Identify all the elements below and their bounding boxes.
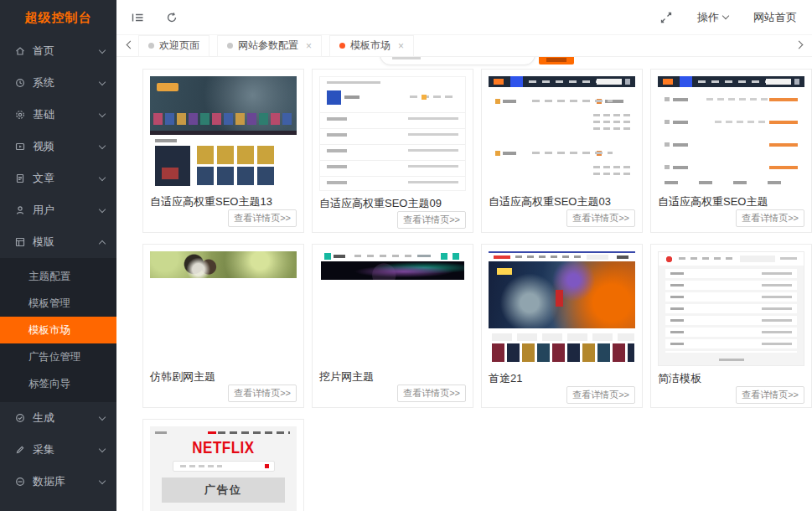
fullscreen-icon[interactable]: [660, 12, 672, 23]
site-home-link[interactable]: 网站首页: [753, 10, 797, 25]
tab-site-params[interactable]: 网站参数配置 ×: [217, 35, 322, 57]
system-icon: [15, 78, 25, 88]
top-header: 操作 网站首页: [116, 0, 812, 35]
sidebar-subitem-tag-wizard[interactable]: 标签向导: [0, 370, 116, 397]
tabs-scroll-left-icon[interactable]: [122, 44, 138, 48]
chevron-down-icon: [722, 13, 729, 19]
template-card: 自适应高权重SEO主题 查看详情页>>: [650, 69, 812, 233]
tab-template-market[interactable]: 模板市场 ×: [329, 35, 414, 57]
sidebar-item-label: 基础: [33, 107, 100, 122]
template-thumbnail: [658, 251, 804, 366]
chevron-down-icon: [99, 110, 106, 116]
chevron-down-icon: [99, 173, 106, 180]
template-card: 仿韩剧网主题 查看详情页>>: [142, 244, 304, 408]
database-icon: [15, 477, 25, 487]
sidebar-item-template[interactable]: 模版: [0, 226, 116, 258]
chevron-down-icon: [99, 477, 106, 483]
template-title: 自适应高权重SEO主题13: [150, 195, 297, 209]
chevron-down-icon: [99, 205, 106, 212]
sidebar-item-label: 首页: [33, 44, 100, 59]
sidebar-item-label: 数据库: [33, 474, 100, 489]
sidebar-item-collect[interactable]: 采集: [0, 434, 116, 466]
sidebar-item-label: 用户: [33, 203, 100, 218]
template-card: 挖片网主题 查看详情页>>: [312, 244, 473, 408]
template-thumbnail: [150, 76, 297, 189]
template-title: 首途21: [489, 372, 635, 386]
template-card: 自适应高权重SEO主题03 查看详情页>>: [481, 69, 643, 233]
template-thumbnail: [489, 76, 635, 189]
sidebar-subitem-template-market[interactable]: 模板市场: [0, 317, 116, 343]
sidebar-item-system[interactable]: 系统: [0, 67, 116, 99]
gear-icon: [15, 110, 25, 120]
template-icon: [15, 237, 25, 247]
template-submenu: 主题配置 模板管理 模板市场 广告位管理 标签向导: [0, 258, 116, 402]
view-detail-button[interactable]: 查看详情页>>: [397, 211, 466, 229]
close-icon[interactable]: ×: [306, 40, 312, 52]
sidebar-subitem-template-manage[interactable]: 模板管理: [0, 290, 116, 317]
chevron-down-icon: [99, 142, 106, 148]
chevron-down-icon: [99, 46, 106, 53]
sidebar-item-database[interactable]: 数据库: [0, 466, 116, 498]
thumb-hero-banner: [489, 261, 635, 328]
thumb-list-rows: [665, 269, 797, 353]
search-button[interactable]: [539, 57, 574, 65]
close-icon[interactable]: ×: [398, 40, 404, 52]
sidebar-item-basic[interactable]: 基础: [0, 99, 116, 131]
template-thumbnail: NETFLIX 广告位: [150, 426, 297, 511]
template-market-content: 自适应高权重SEO主题13 查看详情页>> 自适应高权重SEO主题09 查看详情…: [116, 57, 812, 511]
view-detail-button[interactable]: 查看详情页>>: [566, 209, 635, 227]
sidebar-item-home[interactable]: 首页: [0, 35, 116, 67]
operations-dropdown[interactable]: 操作: [697, 10, 728, 25]
template-title: 挖片网主题: [319, 370, 466, 385]
sidebar-subitem-ad-manage[interactable]: 广告位管理: [0, 343, 116, 370]
sidebar-item-generate[interactable]: 生成: [0, 402, 116, 434]
view-detail-button[interactable]: 查看详情页>>: [228, 209, 297, 227]
sidebar-item-article[interactable]: 文章: [0, 163, 116, 194]
netflix-logo: NETFLIX: [150, 439, 297, 458]
refresh-icon[interactable]: [166, 12, 178, 23]
thumb-site-header: [489, 76, 635, 87]
tabs-scroll-right-icon[interactable]: [790, 44, 807, 48]
view-detail-button[interactable]: 查看详情页>>: [228, 385, 297, 402]
sidebar-item-label: 生成: [33, 410, 100, 426]
thumb-dark-banner: [321, 261, 464, 280]
template-title: 仿韩剧网主题: [150, 370, 297, 385]
sidebar-subitem-theme-config[interactable]: 主题配置: [0, 263, 116, 290]
sidebar-item-user[interactable]: 用户: [0, 194, 116, 226]
view-detail-button[interactable]: 查看详情页>>: [397, 385, 466, 402]
collapse-sidebar-icon[interactable]: [132, 12, 144, 23]
chevron-down-icon: [99, 78, 106, 85]
view-detail-button[interactable]: 查看详情页>>: [736, 209, 804, 227]
thumb-site-header: [489, 253, 635, 261]
tab-status-dot: [339, 43, 345, 49]
tab-label: 网站参数配置: [238, 39, 298, 53]
site-home-label: 网站首页: [753, 10, 797, 25]
sidebar-item-video[interactable]: 视频: [0, 131, 116, 163]
sidebar-item-label: 模版: [33, 235, 100, 250]
view-detail-button[interactable]: 查看详情页>>: [736, 386, 804, 404]
sidebar-item-label: 系统: [33, 75, 100, 90]
operations-label: 操作: [697, 10, 719, 25]
sidebar-item-label: 文章: [33, 171, 100, 186]
thumb-site-header: [659, 252, 804, 266]
template-thumbnail: [150, 251, 297, 364]
thumb-poster-row: [489, 343, 635, 364]
template-title: 简洁模板: [658, 372, 804, 386]
thumb-poster-row: [150, 139, 297, 186]
template-card: 首途21 查看详情页>>: [481, 244, 643, 408]
sidebar-item-label: 采集: [33, 442, 100, 457]
thumb-search-box: [173, 461, 275, 472]
view-detail-button[interactable]: 查看详情页>>: [566, 386, 635, 404]
template-thumbnail: [319, 251, 466, 364]
template-thumbnail: [319, 76, 466, 191]
tab-welcome[interactable]: 欢迎页面: [138, 35, 209, 57]
tab-status-dot: [227, 43, 233, 49]
template-title: 自适应高权重SEO主题09: [319, 197, 466, 211]
template-title: 自适应高权重SEO主题03: [489, 195, 635, 209]
sidebar-item-label: 视频: [33, 139, 100, 154]
template-title: 自适应高权重SEO主题: [658, 195, 804, 209]
ad-slot-label: 广告位: [204, 483, 242, 498]
document-icon: [15, 173, 25, 183]
generate-icon: [15, 413, 25, 423]
search-input[interactable]: [380, 57, 535, 65]
